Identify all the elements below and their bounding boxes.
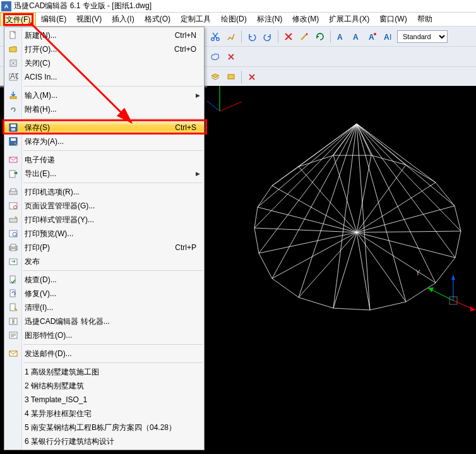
revcloud-icon[interactable] — [208, 50, 222, 64]
menu-item-etrans[interactable]: 电子传递 — [4, 153, 204, 167]
menu-item-new[interactable]: 新建(N)...Ctrl+N — [4, 28, 204, 42]
menu-item-saveas[interactable]: 保存为(A)... — [4, 134, 204, 148]
menu-format[interactable]: 格式(O) — [140, 13, 176, 26]
svg-rect-71 — [11, 189, 16, 191]
menu-item-import[interactable]: 输入(M)...▶ — [4, 88, 204, 102]
submenu-arrow-icon: ▶ — [196, 92, 200, 99]
blank-icon — [8, 436, 18, 446]
svg-marker-54 — [470, 306, 475, 311]
svg-rect-64 — [11, 124, 16, 127]
text-a2-icon[interactable]: A — [350, 30, 364, 44]
acis-icon: AC — [8, 72, 18, 82]
menu-item-recent[interactable]: 6 某银行分行建筑结构设计 — [4, 434, 204, 448]
menu-view[interactable]: 视图(V) — [71, 13, 107, 26]
svg-point-2 — [306, 33, 308, 35]
svg-rect-83 — [10, 304, 15, 311]
toolbar-separator — [241, 30, 242, 43]
text-a-red-icon[interactable]: A — [366, 30, 379, 44]
menu-item-export[interactable]: 导出(E)...▶ — [4, 167, 204, 181]
svg-text:AC: AC — [10, 72, 18, 81]
close-icon — [8, 58, 18, 68]
menu-item-recent[interactable]: 4 某异形柱框架住宅 — [4, 407, 204, 421]
ppreview-icon — [8, 229, 18, 239]
menu-dim[interactable]: 标注(N) — [252, 13, 288, 26]
menu-draw[interactable]: 绘图(D) — [216, 13, 252, 26]
menu-item-audit[interactable]: 核查(D)... — [4, 273, 204, 287]
menu-separator — [23, 182, 203, 183]
publish-icon — [8, 256, 18, 266]
menu-item-convert[interactable]: 迅捷CAD编辑器 转化器... — [4, 314, 204, 328]
menu-item-acis[interactable]: ACACIS In... — [4, 70, 204, 84]
svg-line-35 — [299, 232, 357, 297]
menu-item-label: 2 钢结构别墅建筑 — [25, 381, 204, 391]
menu-edit[interactable]: 编辑(E) — [36, 13, 71, 26]
menu-item-label: 打印机选项(R)... — [25, 187, 204, 198]
menu-window[interactable]: 窗口(W) — [374, 13, 412, 26]
refresh-icon[interactable] — [313, 30, 327, 44]
redo-icon[interactable] — [261, 30, 275, 44]
menu-item-recent[interactable]: 2 钢结构别墅建筑 — [4, 379, 204, 393]
menu-item-label: 发送邮件(D)... — [25, 349, 204, 359]
menu-item-label: 电子传递 — [25, 155, 204, 165]
purge-icon — [8, 302, 18, 313]
props-icon — [8, 330, 18, 340]
menu-help[interactable]: 帮助 — [412, 13, 437, 26]
menu-item-mail[interactable]: 发送邮件(D)... — [4, 347, 204, 361]
cut-icon[interactable] — [208, 30, 222, 44]
save-icon — [8, 122, 18, 133]
menu-file[interactable]: 文件(F) — [0, 13, 36, 26]
menu-item-props[interactable]: 图形特性(O)... — [4, 328, 204, 342]
menu-item-pstyle[interactable]: 打印样式管理器(Y)... — [4, 213, 204, 227]
menu-item-psetup[interactable]: 页面设置管理器(G)... — [4, 199, 204, 213]
brush-icon[interactable] — [224, 30, 238, 44]
close-x-icon[interactable] — [245, 70, 259, 84]
undo-icon[interactable] — [245, 30, 259, 44]
layer-icon[interactable] — [208, 70, 222, 84]
menu-item-recent[interactable]: 3 Template_ISO_1 — [4, 393, 204, 407]
menu-item-print[interactable]: 打印(P)Ctrl+P — [4, 241, 204, 254]
menu-custom-tools[interactable]: 定制工具 — [176, 13, 216, 26]
svg-line-22 — [357, 124, 461, 231]
menu-ext-tools[interactable]: 扩展工具(X) — [324, 13, 374, 26]
menu-item-save[interactable]: 保存(S)Ctrl+S — [4, 121, 204, 134]
menu-item-label: 导出(E)... — [25, 169, 204, 179]
menu-item-label: 新建(N)... — [25, 30, 175, 41]
menu-item-open[interactable]: 打开(O)...Ctrl+O — [4, 42, 204, 56]
menu-item-shortcut: Ctrl+P — [175, 243, 204, 252]
menu-insert[interactable]: 插入(I) — [107, 13, 139, 26]
menu-item-recent[interactable]: 5 南安某钢结构工程B栋厂房方案四（04.28） — [4, 421, 204, 434]
print-icon — [8, 242, 18, 253]
wand-icon[interactable] — [297, 30, 311, 44]
svg-rect-74 — [9, 218, 17, 222]
menu-item-purge[interactable]: 清理(I)... — [4, 301, 204, 314]
menu-item-popt[interactable]: 打印机选项(R)... — [4, 185, 204, 199]
svg-line-17 — [333, 124, 357, 308]
svg-text:A: A — [384, 33, 390, 42]
text-ai-icon[interactable]: AI — [381, 30, 395, 44]
menu-item-close[interactable]: 关闭(C) — [4, 56, 204, 70]
svg-rect-65 — [11, 128, 15, 131]
close-x-icon[interactable] — [224, 50, 238, 64]
delete-x-icon[interactable] — [282, 30, 295, 44]
svg-rect-62 — [10, 97, 16, 99]
menu-item-recover[interactable]: 修复(V)... — [4, 287, 204, 301]
text-style-select[interactable]: Standard — [397, 30, 448, 43]
menu-item-publish[interactable]: 发布 — [4, 254, 204, 268]
window-title: 迅捷CAD编辑器 6.1 专业版 - [图纸1.dwg] — [14, 1, 152, 11]
text-a1-icon[interactable]: A — [334, 30, 348, 44]
title-bar: A 迅捷CAD编辑器 6.1 专业版 - [图纸1.dwg] — [0, 0, 476, 13]
menu-item-ppreview[interactable]: 打印预览(W)... — [4, 227, 204, 241]
blank-icon — [8, 395, 18, 405]
svg-rect-85 — [14, 318, 17, 325]
menu-item-label: 图形特性(O)... — [25, 330, 204, 341]
menu-item-attach[interactable]: 附着(H)... — [4, 102, 204, 116]
convert-icon — [8, 316, 18, 326]
drawing-canvas[interactable]: Y — [207, 86, 476, 454]
svg-line-44 — [357, 165, 406, 232]
layer2-icon[interactable] — [224, 70, 238, 84]
menu-item-recent[interactable]: 1 高级别墅建筑施工图 — [4, 365, 204, 379]
menu-item-label: 3 Template_ISO_1 — [25, 395, 204, 404]
submenu-arrow-icon: ▶ — [196, 170, 200, 177]
mail-icon — [8, 349, 18, 359]
menu-modify[interactable]: 修改(M) — [287, 13, 324, 26]
